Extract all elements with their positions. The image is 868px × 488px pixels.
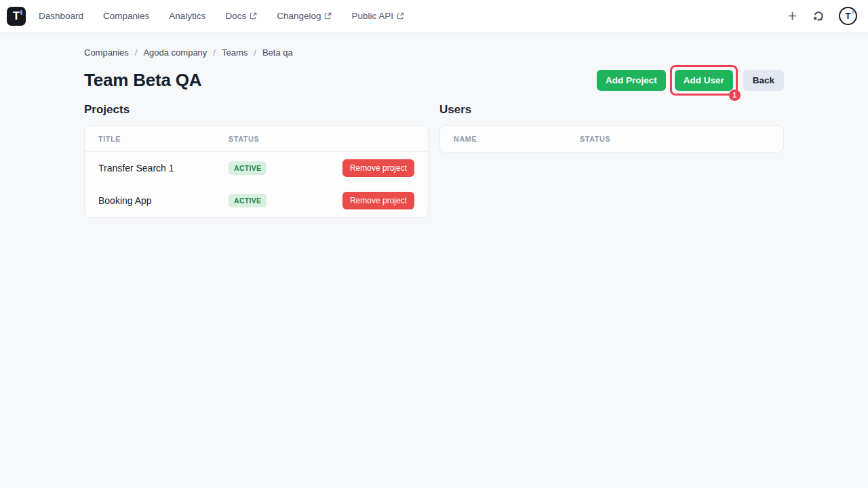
status-badge: ACTIVE <box>229 194 267 207</box>
column-header-status: STATUS <box>229 135 414 143</box>
avatar-letter: T <box>846 11 851 21</box>
nav-item-dashboard[interactable]: Dashboard <box>39 11 83 21</box>
back-button[interactable]: Back <box>743 70 784 91</box>
projects-table: TITLE STATUS Transfer Search 1 ACTIVE Re… <box>84 125 429 218</box>
add-user-button[interactable]: Add User <box>675 70 733 91</box>
breadcrumb-teams[interactable]: Teams <box>222 47 248 58</box>
project-title: Booking App <box>98 195 229 206</box>
main-content: Companies / Agoda company / Teams / Beta… <box>84 47 784 218</box>
plus-icon[interactable] <box>787 11 797 21</box>
nav-item-changelog[interactable]: Changelog <box>277 11 332 21</box>
users-heading: Users <box>439 103 784 117</box>
external-link-icon <box>324 12 332 20</box>
breadcrumb-separator: / <box>213 47 216 58</box>
breadcrumb: Companies / Agoda company / Teams / Beta… <box>84 47 784 58</box>
external-link-icon <box>397 12 404 20</box>
main-nav: Dashboard Companies Analytics Docs Chang… <box>39 11 404 21</box>
app-logo-letter: T <box>13 9 20 23</box>
column-header-title: TITLE <box>98 135 229 143</box>
column-header-status: STATUS <box>580 135 770 143</box>
breadcrumb-separator: / <box>254 47 256 58</box>
nav-item-docs[interactable]: Docs <box>225 11 257 21</box>
page-title: Team Beta QA <box>84 70 201 91</box>
status-badge: ACTIVE <box>229 161 267 175</box>
breadcrumb-beta-qa: Beta qa <box>262 47 293 58</box>
project-title: Transfer Search 1 <box>98 163 229 174</box>
users-table-header: NAME STATUS <box>440 126 783 152</box>
breadcrumb-companies[interactable]: Companies <box>84 47 129 58</box>
page-actions: Add Project Add User 1 Back <box>597 65 784 96</box>
top-navbar: T Dashboard Companies Analytics Docs Cha… <box>0 0 868 33</box>
support-icon[interactable] <box>812 9 825 22</box>
projects-section: Projects TITLE STATUS Transfer Search 1 … <box>84 103 429 218</box>
remove-project-button[interactable]: Remove project <box>342 159 414 177</box>
column-header-name: NAME <box>454 135 580 143</box>
nav-item-analytics[interactable]: Analytics <box>169 11 205 21</box>
annotation-step-badge: 1 <box>729 89 741 101</box>
table-row: Transfer Search 1 ACTIVE Remove project <box>85 152 428 184</box>
breadcrumb-separator: / <box>135 47 138 58</box>
add-project-button[interactable]: Add Project <box>597 70 666 91</box>
page-header: Team Beta QA Add Project Add User 1 Back <box>84 66 784 94</box>
external-link-icon <box>250 12 257 20</box>
table-row: Booking App ACTIVE Remove project <box>85 184 428 217</box>
projects-heading: Projects <box>84 103 429 117</box>
annotation-highlight-box: Add User 1 <box>670 65 738 96</box>
app-logo-accent <box>20 10 22 15</box>
users-section: Users NAME STATUS <box>439 103 784 218</box>
navbar-right-group: T <box>787 7 857 25</box>
projects-table-body: Transfer Search 1 ACTIVE Remove project … <box>85 152 428 217</box>
app-logo[interactable]: T <box>7 7 26 26</box>
content-columns: Projects TITLE STATUS Transfer Search 1 … <box>84 103 784 218</box>
users-table: NAME STATUS <box>439 125 784 152</box>
avatar-accent <box>852 10 854 14</box>
nav-item-public-api[interactable]: Public API <box>351 11 404 21</box>
nav-item-companies[interactable]: Companies <box>103 11 149 21</box>
user-avatar[interactable]: T <box>839 7 857 25</box>
breadcrumb-agoda-company[interactable]: Agoda company <box>143 47 207 58</box>
remove-project-button[interactable]: Remove project <box>342 192 414 209</box>
projects-table-header: TITLE STATUS <box>85 126 428 152</box>
